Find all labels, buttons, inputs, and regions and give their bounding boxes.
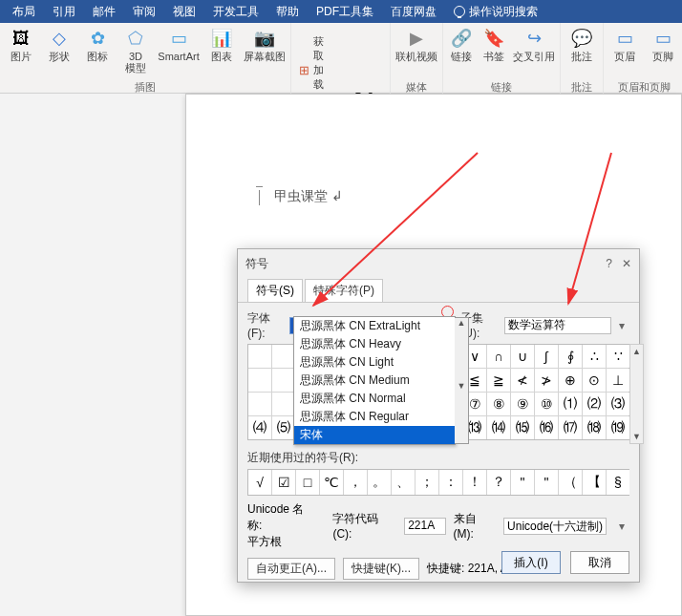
scroll-down-icon[interactable]: ▼ [632,432,641,441]
subset-combo[interactable]: 数学运算符 [504,317,611,334]
recent-symbol-cell[interactable]: " [535,470,558,495]
symbol-cell[interactable] [248,393,271,415]
font-option[interactable]: 思源黑体 CN Regular [294,408,455,426]
btn-shapes[interactable]: ◇形状 [42,27,76,62]
tell-me-search[interactable]: 操作说明搜索 [445,0,546,23]
recent-symbol-cell[interactable]: ☑ [272,470,295,495]
btn-chart[interactable]: 📊图表 [204,27,239,62]
symbol-cell[interactable]: ⒄ [559,416,582,439]
cancel-button[interactable]: 取消 [570,551,629,574]
btn-online-video[interactable]: ▶联机视频 [394,27,438,62]
font-option-selected[interactable]: 宋体 [294,426,455,444]
symbol-cell[interactable]: ⒆ [607,416,629,439]
autocorrect-button[interactable]: 自动更正(A)... [247,558,335,580]
symbol-cell[interactable]: ⒁ [487,416,510,439]
symbol-cell[interactable]: ∴ [583,345,606,368]
symbol-cell[interactable]: ⒃ [535,416,558,439]
btn-smartart[interactable]: ▭SmartArt [157,27,201,62]
recent-symbol-cell[interactable]: ： [439,470,462,495]
tab-dev[interactable]: 开发工具 [204,0,267,23]
symbol-cell[interactable]: ⑧ [487,393,510,415]
tab-view[interactable]: 视图 [164,0,204,23]
symbol-cell[interactable]: ⑨ [511,393,534,415]
font-option[interactable]: 思源黑体 CN Medium [294,372,455,390]
tab-pdf[interactable]: PDF工具集 [308,0,382,23]
tab-help[interactable]: 帮助 [267,0,308,23]
tab-mail[interactable]: 邮件 [84,0,124,23]
insert-button[interactable]: 插入(I) [501,551,561,574]
btn-crossref[interactable]: ↪交叉引用 [512,27,556,62]
recent-symbol-cell[interactable]: ， [344,470,367,495]
symbol-cell[interactable]: ⒂ [511,416,534,439]
from-caret-icon[interactable]: ▾ [614,520,629,533]
recent-symbol-cell[interactable]: ℃ [320,470,343,495]
from-combo[interactable]: Unicode(十六进制) [503,518,607,535]
btn-footer[interactable]: ▭页脚 [646,27,680,62]
recent-symbol-cell[interactable]: " [511,470,534,495]
symbol-cell[interactable]: ⊙ [583,369,606,392]
btn-link[interactable]: 🔗链接 [447,27,476,62]
font-option[interactable]: 思源黑体 CN Normal [294,390,455,408]
btn-bookmark[interactable]: 🔖书签 [480,27,508,62]
btn-screenshot[interactable]: 📷屏幕截图 [243,27,287,62]
scroll-down-icon[interactable]: ▼ [455,381,468,444]
recent-symbol-cell[interactable]: □ [296,470,319,495]
subset-caret-icon[interactable]: ▾ [615,319,629,332]
recent-symbol-cell[interactable]: ！ [463,470,486,495]
recent-symbol-cell[interactable]: 。 [368,470,391,495]
btn-3d[interactable]: ⬠3D 模型 [118,27,153,74]
symbol-cell[interactable] [248,345,271,368]
font-option[interactable]: 思源黑体 CN ExtraLight [294,317,455,335]
symbol-cell[interactable] [248,369,271,392]
symbol-cell[interactable]: ⑵ [583,393,606,415]
symbol-cell[interactable]: ≮ [511,369,534,392]
tab-ref[interactable]: 引用 [44,0,84,23]
scroll-up-icon[interactable]: ▲ [632,347,641,356]
tab-symbols[interactable]: 符号(S) [247,279,303,302]
symbol-cell[interactable]: ⑩ [535,393,558,415]
symbol-cell[interactable]: ⊕ [559,369,582,392]
recent-symbol-cell[interactable]: ； [416,470,438,495]
symbol-cell[interactable]: ∩ [487,345,510,368]
symbol-cell[interactable]: ∪ [511,345,534,368]
symbol-cell[interactable]: ⑷ [248,416,271,439]
grid-scrollbar[interactable]: ▲▼ [629,344,644,444]
tab-layout[interactable]: 布局 [4,0,44,23]
symbol-cell[interactable]: ⑴ [559,393,582,415]
symbol-cell[interactable]: ∫ [535,345,558,368]
recent-symbol-cell[interactable]: ？ [487,470,510,495]
symbol-cell[interactable]: ∵ [607,345,629,368]
tab-baidu[interactable]: 百度网盘 [382,0,445,23]
unicode-name: 平方根 [247,534,317,550]
recent-symbol-cell[interactable]: 、 [392,470,415,495]
recent-symbol-cell[interactable]: （ [559,470,582,495]
recent-symbol-cell[interactable]: √ [248,470,271,495]
symbol-cell[interactable]: ⒅ [583,416,606,439]
symbol-cell[interactable] [272,369,295,392]
scroll-up-icon[interactable]: ▲ [455,318,468,381]
symbol-cell[interactable]: ≧ [487,369,510,392]
symbol-cell[interactable]: ⊥ [607,369,629,392]
tab-special[interactable]: 特殊字符(P) [305,279,383,302]
symbol-cell[interactable]: ⑶ [607,393,629,415]
font-option[interactable]: 思源黑体 CN Light [294,353,455,372]
shortcut-button[interactable]: 快捷键(K)... [343,558,419,580]
code-field[interactable]: 221A [404,518,445,535]
help-icon[interactable]: ? [606,257,612,270]
font-option[interactable]: 思源黑体 CN Heavy [294,335,455,353]
recent-symbol-cell[interactable]: § [607,470,629,495]
recent-symbol-cell[interactable]: 【 [583,470,606,495]
btn-picture[interactable]: 🖼图片 [4,27,38,62]
symbol-cell[interactable]: ≯ [535,369,558,392]
dropdown-scrollbar[interactable]: ▲▼ [455,317,469,444]
symbol-cell[interactable] [272,393,295,415]
btn-header[interactable]: ▭页眉 [607,27,642,62]
symbol-cell[interactable] [272,345,295,368]
btn-comment[interactable]: 💬批注 [565,27,599,62]
symbol-cell[interactable]: ∮ [559,345,582,368]
btn-icons[interactable]: ✿图标 [80,27,115,62]
tab-review[interactable]: 审阅 [124,0,164,23]
symbol-cell[interactable]: ⑸ [272,416,295,439]
close-icon[interactable]: ✕ [622,257,631,270]
dialog-titlebar[interactable]: 符号 ? ✕ [238,249,639,278]
